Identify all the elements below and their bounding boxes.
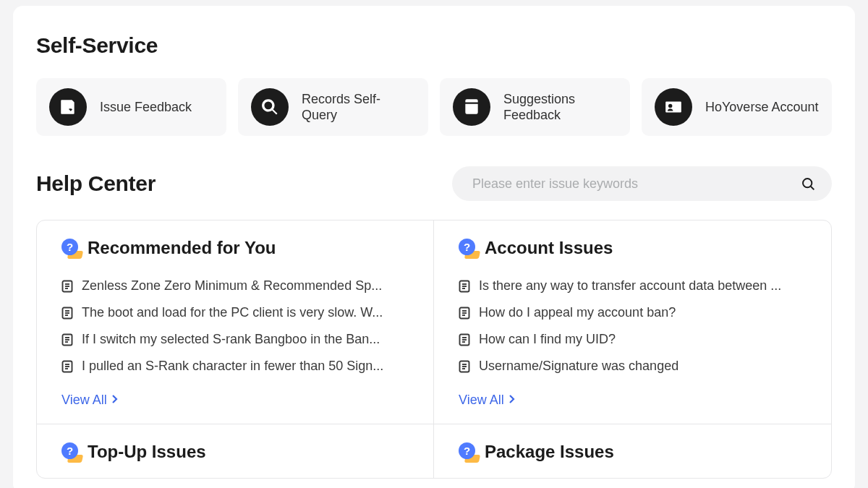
suggestions-icon [453,88,490,126]
tile-label: Records Self-Query [302,91,415,124]
question-icon: ? [61,442,80,461]
issue-item[interactable]: If I switch my selected S-rank Bangboo i… [61,326,409,353]
issue-item[interactable]: I pulled an S-Rank character in fewer th… [61,353,409,380]
search-input[interactable] [472,176,801,192]
tile-hoyoverse-account[interactable]: HoYoverse Account [642,78,832,136]
feedback-icon [49,88,87,126]
issue-item[interactable]: Zenless Zone Zero Minimum & Recommended … [61,273,409,299]
issue-text: Zenless Zone Zero Minimum & Recommended … [82,278,382,294]
issue-list: Is there any way to transfer account dat… [459,273,807,380]
issue-item[interactable]: Is there any way to transfer account dat… [459,273,807,299]
question-icon: ? [61,239,80,257]
question-icon: ? [459,442,477,461]
issue-list: Zenless Zone Zero Minimum & Recommended … [61,273,409,380]
page-container: Self-Service Issue Feedback Records Self… [13,6,855,488]
help-center-header: Help Center [36,166,832,201]
issue-text: If I switch my selected S-rank Bangboo i… [82,332,380,347]
tile-records-self-query[interactable]: Records Self-Query [238,78,428,136]
section-package-issues: ? Package Issues [434,424,831,478]
tile-label: Issue Feedback [100,99,192,116]
view-all-link[interactable]: View All [459,393,516,408]
issue-text: How do I appeal my account ban? [479,305,676,320]
document-icon [459,333,470,346]
document-icon [61,360,73,373]
document-icon [459,360,470,373]
issue-text: I pulled an S-Rank character in fewer th… [82,359,383,374]
document-icon [459,307,470,320]
tile-label: HoYoverse Account [705,99,818,116]
section-title: Top-Up Issues [88,442,206,462]
help-center-grid: ? Recommended for You Zenless Zone Zero … [36,220,832,479]
section-topup-issues: ? Top-Up Issues [37,424,434,478]
search-container[interactable] [452,166,832,201]
section-header: ? Account Issues [459,238,807,258]
section-title: Recommended for You [88,238,276,258]
section-title: Package Issues [485,442,614,462]
section-header: ? Package Issues [459,442,807,462]
issue-item[interactable]: How do I appeal my account ban? [459,299,807,326]
chevron-right-icon [111,393,119,408]
section-title: Account Issues [485,238,613,258]
section-header: ? Recommended for You [61,238,409,258]
document-icon [61,307,73,320]
account-icon [655,88,692,126]
section-account-issues: ? Account Issues Is there any way to tra… [434,221,831,424]
issue-item[interactable]: The boot and load for the PC client is v… [61,299,409,326]
chevron-right-icon [509,393,516,408]
self-service-title: Self-Service [36,33,832,58]
search-icon [251,88,289,126]
svg-point-0 [803,179,812,187]
issue-text: Is there any way to transfer account dat… [479,278,781,294]
document-icon [61,280,73,293]
issue-text: How can I find my UID? [479,332,616,347]
view-all-link[interactable]: View All [61,393,119,408]
issue-item[interactable]: Username/Signature was changed [459,353,807,380]
issue-text: The boot and load for the PC client is v… [82,305,383,320]
issue-item[interactable]: How can I find my UID? [459,326,807,353]
tile-issue-feedback[interactable]: Issue Feedback [36,78,226,136]
section-header: ? Top-Up Issues [61,442,409,462]
question-icon: ? [459,239,477,257]
self-service-tiles: Issue Feedback Records Self-Query Sugges… [36,78,832,136]
view-all-label: View All [459,393,504,408]
tile-suggestions-feedback[interactable]: Suggestions Feedback [440,78,630,136]
issue-text: Username/Signature was changed [479,359,678,374]
search-submit-icon[interactable] [801,176,816,192]
view-all-label: View All [61,393,107,408]
help-center-title: Help Center [36,171,156,196]
tile-label: Suggestions Feedback [503,91,617,124]
section-recommended: ? Recommended for You Zenless Zone Zero … [37,221,434,424]
svg-line-1 [811,187,814,189]
document-icon [459,280,470,293]
document-icon [61,333,73,346]
